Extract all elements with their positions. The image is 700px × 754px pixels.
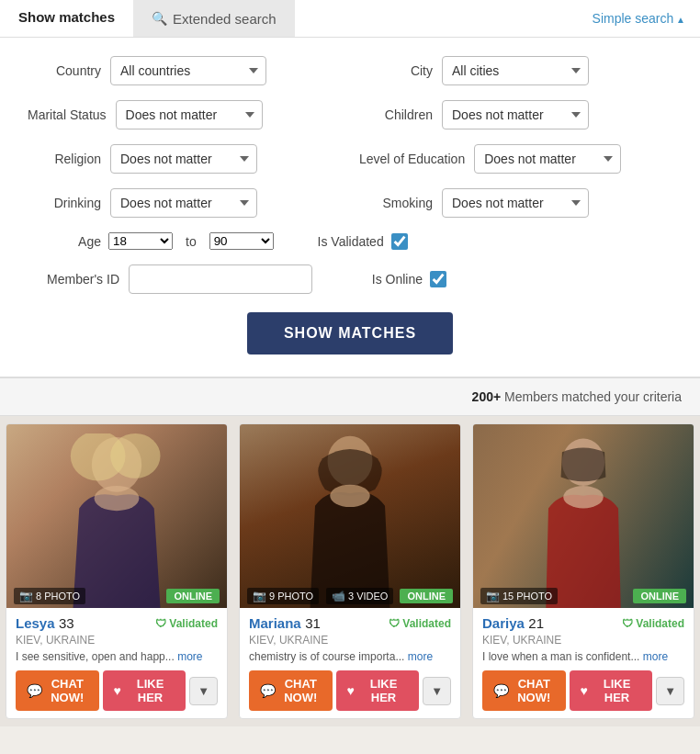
- photo-info-mariana: 9 PHOTO 3 VIDEO: [247, 588, 393, 604]
- camera-icon-mariana: [253, 590, 266, 602]
- smoking-label: Smoking: [359, 196, 433, 210]
- country-group: Country All countries: [28, 56, 341, 85]
- card-bio-mariana: chemistry is of course importa... more: [249, 650, 451, 663]
- card-bio-lesya: I see sensitive, open and happ... more: [16, 650, 218, 663]
- online-badge-dariya: ONLINE: [633, 589, 686, 603]
- card-name-row-mariana: Mariana 31 🛡 Validated: [249, 615, 451, 632]
- member-id-input[interactable]: [129, 264, 312, 294]
- profile-card-lesya: 8 PHOTO ONLINE Lesya 33 🛡 Validated KIEV…: [6, 423, 228, 719]
- camera-icon: [19, 590, 33, 602]
- photo-count-mariana: 9 PHOTO: [247, 588, 319, 604]
- search-icon: 🔍: [152, 11, 167, 26]
- svg-point-2: [110, 433, 160, 478]
- video-icon-mariana: [332, 590, 345, 602]
- video-count-mariana: 3 VIDEO: [326, 588, 393, 604]
- chat-icon-dariya: [493, 683, 509, 698]
- simple-search-link[interactable]: Simple search: [593, 11, 685, 26]
- card-age-dariya: 21: [528, 615, 544, 631]
- card-body-dariya: Dariya 21 🛡 Validated KIEV, UKRAINE I lo…: [473, 608, 694, 718]
- age-to-select[interactable]: 90: [209, 232, 274, 250]
- smoking-select[interactable]: Does not matter: [442, 188, 589, 218]
- shield-icon-mariana: 🛡: [389, 617, 400, 630]
- bio-more-dariya[interactable]: more: [643, 650, 668, 663]
- more-button-mariana[interactable]: ▼: [423, 677, 451, 705]
- cards-area: 8 PHOTO ONLINE Lesya 33 🛡 Validated KIEV…: [0, 416, 700, 726]
- country-select[interactable]: All countries: [110, 56, 266, 85]
- card-location-mariana: KIEV, UKRAINE: [249, 634, 451, 647]
- chat-button-dariya[interactable]: CHAT NOW!: [482, 670, 566, 711]
- is-online-group: Is Online: [331, 271, 617, 287]
- card-body-mariana: Mariana 31 🛡 Validated KIEV, UKRAINE che…: [240, 608, 460, 718]
- marital-children-row: Marital Status Does not matter Children …: [28, 100, 672, 129]
- results-description: Members matched your criteria: [504, 389, 682, 404]
- marital-status-select[interactable]: Does not matter: [116, 100, 263, 129]
- is-validated-group: Is Validated: [292, 233, 617, 250]
- children-select[interactable]: Does not matter: [442, 100, 589, 129]
- card-bio-dariya: I love when a man is confident... more: [482, 650, 684, 663]
- like-button-dariya[interactable]: LIKE HER: [570, 670, 653, 711]
- chat-button-mariana[interactable]: CHAT NOW!: [249, 670, 333, 711]
- photo-badge-dariya: 15 PHOTO ONLINE: [473, 584, 694, 608]
- marital-status-label: Marital Status: [28, 107, 107, 122]
- bio-more-lesya[interactable]: more: [177, 650, 202, 663]
- results-count: 200+: [472, 389, 502, 404]
- profile-photo-dariya[interactable]: 15 PHOTO ONLINE: [473, 424, 694, 608]
- card-actions-lesya: CHAT NOW! LIKE HER ▼: [16, 670, 218, 711]
- tab-extended-search[interactable]: 🔍 Extended search: [133, 0, 295, 37]
- card-age-mariana: 31: [305, 615, 321, 631]
- card-actions-dariya: CHAT NOW! LIKE HER ▼: [482, 670, 684, 711]
- drinking-group: Drinking Does not matter: [28, 188, 341, 218]
- heart-icon-lesya: [114, 683, 121, 698]
- education-group: Level of Education Does not matter: [359, 144, 672, 174]
- member-id-group: Member's ID: [28, 264, 312, 294]
- more-button-lesya[interactable]: ▼: [189, 677, 218, 705]
- age-label: Age: [28, 234, 101, 249]
- shield-icon-dariya: 🛡: [622, 617, 633, 630]
- validated-badge-dariya: 🛡 Validated: [622, 617, 684, 630]
- heart-icon-dariya: [581, 683, 588, 698]
- validated-badge-lesya: 🛡 Validated: [155, 617, 218, 630]
- svg-point-3: [95, 486, 140, 511]
- country-label: Country: [28, 63, 101, 78]
- card-name-lesya[interactable]: Lesya: [16, 615, 55, 631]
- chat-button-lesya[interactable]: CHAT NOW!: [16, 670, 99, 711]
- extended-search-label: Extended search: [173, 11, 277, 27]
- like-button-lesya[interactable]: LIKE HER: [103, 670, 186, 711]
- card-name-dariya[interactable]: Dariya: [482, 615, 525, 631]
- svg-point-5: [330, 485, 369, 507]
- profile-card-mariana: 9 PHOTO 3 VIDEO ONLINE Mariana 31: [239, 423, 461, 719]
- like-button-mariana[interactable]: LIKE HER: [336, 670, 420, 711]
- bio-more-mariana[interactable]: more: [408, 650, 433, 663]
- religion-select[interactable]: Does not matter: [110, 144, 257, 174]
- svg-point-7: [563, 486, 603, 508]
- education-select[interactable]: Does not matter: [474, 144, 621, 174]
- city-select[interactable]: All cities: [442, 56, 589, 85]
- tab-show-matches[interactable]: Show matches: [0, 0, 133, 37]
- card-name-mariana[interactable]: Mariana: [249, 615, 301, 631]
- search-form: Country All countries City All cities Ma…: [0, 38, 700, 378]
- chat-icon-lesya: [27, 683, 42, 698]
- profile-photo-lesya[interactable]: 8 PHOTO ONLINE: [6, 424, 227, 608]
- is-online-label: Is Online: [331, 272, 423, 287]
- children-group: Children Does not matter: [359, 100, 672, 129]
- profile-photo-mariana[interactable]: 9 PHOTO 3 VIDEO ONLINE: [240, 424, 460, 608]
- photo-badge-lesya: 8 PHOTO ONLINE: [6, 584, 227, 608]
- more-button-dariya[interactable]: ▼: [656, 677, 684, 705]
- member-id-label: Member's ID: [28, 272, 119, 287]
- age-from-select[interactable]: 18: [108, 232, 173, 250]
- is-online-checkbox[interactable]: [430, 271, 446, 287]
- photo-badge-mariana: 9 PHOTO 3 VIDEO ONLINE: [240, 584, 460, 608]
- drinking-select[interactable]: Does not matter: [110, 188, 257, 218]
- show-matches-button[interactable]: SHOW MATCHES: [247, 312, 453, 354]
- religion-label: Religion: [28, 152, 101, 166]
- photo-count-dariya: 15 PHOTO: [480, 588, 558, 604]
- card-location-dariya: KIEV, UKRAINE: [482, 634, 684, 647]
- marital-status-group: Marital Status Does not matter: [28, 100, 341, 129]
- is-validated-checkbox[interactable]: [391, 233, 408, 250]
- person-silhouette-dariya: [495, 433, 672, 608]
- shield-icon-lesya: 🛡: [155, 617, 166, 630]
- online-badge-lesya: ONLINE: [166, 589, 220, 603]
- religion-group: Religion Does not matter: [28, 144, 341, 174]
- photo-count-lesya: 8 PHOTO: [14, 588, 85, 604]
- drinking-smoking-row: Drinking Does not matter Smoking Does no…: [28, 188, 672, 218]
